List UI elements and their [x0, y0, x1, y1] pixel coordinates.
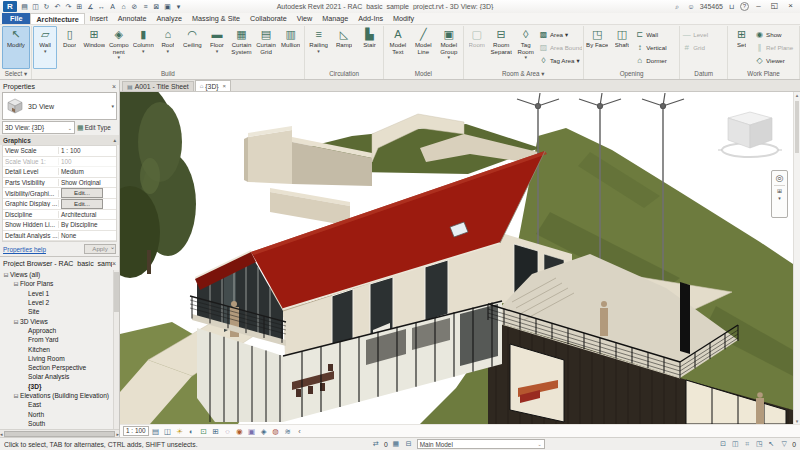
detail-level-icon[interactable]: ▤ [151, 426, 161, 436]
graphic-display--edit-button[interactable]: Edit... [61, 199, 103, 209]
scroll-up-icon[interactable]: ▴ [794, 92, 800, 98]
wall-button[interactable]: ▱Wall▾ [33, 26, 58, 69]
ribbon-group-label[interactable]: Select ▾ [2, 69, 30, 79]
filter-icon[interactable]: ▽ [779, 440, 789, 448]
room-separator-button[interactable]: ⊟Room Separator [489, 26, 513, 69]
qat-undo-icon[interactable]: ↶ [52, 1, 63, 12]
tree-item-solar-analysis[interactable]: Solar Analysis [0, 372, 119, 381]
tree-item-floor-plans[interactable]: ⊟Floor Plans [0, 279, 119, 288]
door-button[interactable]: ▯Door [57, 26, 82, 69]
by-face-button[interactable]: ◳By Face [585, 26, 610, 69]
viewer-button[interactable]: ◇Viewer [755, 54, 798, 66]
cart-icon[interactable]: ⊔ [726, 3, 737, 11]
search-icon[interactable]: ⌕ [672, 3, 683, 11]
tree-item-3d-views[interactable]: ⊟3D Views [0, 316, 119, 325]
mullion-button[interactable]: ▥Mullion [278, 26, 303, 69]
show-crop-region-icon[interactable]: ⊞ [211, 426, 221, 436]
ribbon-tab-collaborate[interactable]: Collaborate [245, 13, 292, 24]
floor-button[interactable]: ▬Floor▾ [205, 26, 230, 69]
qat-open-icon[interactable]: ▤ [19, 1, 30, 12]
curtain-grid-button[interactable]: ▤Curtain Grid [254, 26, 279, 69]
view-scale-button[interactable]: 1 : 100 [123, 426, 149, 436]
close-view-icon[interactable]: × [223, 83, 227, 89]
scroll-down-icon[interactable]: ⌄ [110, 243, 115, 250]
shaft-button[interactable]: ◫Shaft [610, 26, 635, 69]
type-selector[interactable]: 3D View ▾ [2, 92, 117, 120]
temporary-view-properties-icon[interactable]: ▣ [247, 426, 257, 436]
drag-on-selection-icon[interactable]: ↖ [766, 440, 776, 448]
tree-item-site[interactable]: Site [0, 307, 119, 316]
model-line-button[interactable]: ╱Model Line [411, 26, 436, 69]
tree-item-elevations-building-elevation-[interactable]: ⊟Elevations (Building Elevation) [0, 391, 119, 400]
window-button[interactable]: ⊞Window [82, 26, 107, 69]
ribbon-tab-analyze[interactable]: Analyze [152, 13, 188, 24]
worksets-icon[interactable]: ▦ [391, 440, 401, 448]
ramp-button[interactable]: ◺Ramp [331, 26, 356, 69]
area-button[interactable]: ▩Area▾ [539, 28, 582, 40]
visibility-graphi--edit-button[interactable]: Edit... [61, 188, 103, 198]
ribbon-tab-file[interactable]: File [2, 13, 30, 24]
select-links-icon[interactable]: ⊡ [718, 440, 728, 448]
ribbon-tab-modify[interactable]: Modify [388, 13, 419, 24]
steering-wheel-icon[interactable]: ◎ [776, 173, 784, 183]
tree-item-south[interactable]: South [0, 419, 119, 428]
tree-item-views-all-[interactable]: ⊟Views (all) [0, 270, 119, 279]
tree-item--3d-[interactable]: {3D} [0, 382, 119, 391]
restore-button[interactable]: ◱ [768, 1, 781, 12]
zoom-icon[interactable]: ⊞ [777, 188, 782, 194]
roof-button[interactable]: ⌂Roof▾ [156, 26, 181, 69]
tag-room-button[interactable]: ◊Tag Room▾ [513, 26, 537, 69]
ribbon-tab-manage[interactable]: Manage [317, 13, 353, 24]
reveal-hidden-elements-icon[interactable]: ◉ [235, 426, 245, 436]
reveal-constraints-icon[interactable]: ◍ [271, 426, 281, 436]
navigation-bar[interactable]: ◎ ⊞ ▾ [771, 170, 788, 218]
ribbon-tab-massing-site[interactable]: Massing & Site [187, 13, 245, 24]
tree-item-from-yard[interactable]: From Yard [0, 335, 119, 344]
design-options-icon[interactable]: ⊟ [404, 440, 414, 448]
signed-in-user[interactable]: 345465 [700, 3, 723, 10]
show-button[interactable]: ◉Show [755, 28, 798, 40]
qat-customize-qat-icon[interactable]: ▾ [173, 1, 184, 12]
instance-selector[interactable]: 3D View: {3D} ⌄ [2, 121, 75, 134]
help-icon[interactable]: ? [740, 2, 749, 11]
view-canvas[interactable]: ◎ ⊞ ▾ ▴ ▾ [120, 92, 800, 424]
close-button[interactable]: × [784, 1, 797, 12]
tree-item-living-room[interactable]: Living Room [0, 354, 119, 363]
active-workset-select[interactable]: Main Model ⌄ [417, 439, 545, 449]
scroll-left-icon[interactable]: ◂ [0, 431, 3, 437]
tree-item-section-perspective[interactable]: Section Perspective [0, 363, 119, 372]
view-tab--3d-[interactable]: ⌂{3D}× [195, 80, 231, 91]
edit-type-button[interactable]: ▦ Edit Type [77, 121, 117, 134]
worksharing-display-icon[interactable]: ≋ [283, 426, 293, 436]
qat-close-hidden-windows-icon[interactable]: ⊠ [151, 1, 162, 12]
view-tab-a001-title-sheet[interactable]: ▤A001 - Title Sheet [122, 81, 194, 91]
visual-style-icon[interactable]: ◫ [163, 426, 173, 436]
select-pinned-icon[interactable]: ⌗ [742, 440, 752, 448]
close-icon[interactable]: × [112, 83, 116, 90]
tag-area-button[interactable]: ◊Tag Area▾ [539, 54, 582, 66]
show-analytical-model-icon[interactable]: ◈ [259, 426, 269, 436]
vertical-opening-button[interactable]: ↕Vertical [635, 41, 678, 53]
account-icon[interactable]: ☺ [686, 3, 697, 10]
tree-item-kitchen[interactable]: Kitchen [0, 344, 119, 353]
collapse-icon[interactable]: ‹ [295, 426, 305, 436]
qat-measure-icon[interactable]: ∡ [85, 1, 96, 12]
model-group-button[interactable]: ▣Model Group▾ [436, 26, 461, 69]
ceiling-button[interactable]: ◠Ceiling [180, 26, 205, 69]
tree-item-north[interactable]: North [0, 409, 119, 418]
browser-vertical-scrollbar[interactable] [113, 270, 119, 429]
expander-icon[interactable]: ⊟ [12, 280, 20, 287]
set-button[interactable]: ⊞Set [729, 26, 754, 69]
revit-logo-icon[interactable]: R [3, 1, 17, 12]
qat-save-icon[interactable]: ◫ [30, 1, 41, 12]
sun-path-icon[interactable]: ☀ [175, 426, 185, 436]
browser-horizontal-scrollbar[interactable]: ◂ ▸ [0, 429, 119, 437]
model-text-button[interactable]: AModel Text [385, 26, 410, 69]
ribbon-group-label[interactable]: Room & Area ▾ [465, 69, 582, 79]
dormer-button[interactable]: ⌂Dormer [635, 54, 678, 66]
expander-icon[interactable]: ⊟ [12, 392, 20, 399]
stair-button[interactable]: ▙Stair [357, 26, 382, 69]
canvas-vertical-scrollbar[interactable]: ▴ ▾ [793, 92, 800, 424]
railing-button[interactable]: ≡Railing▾ [306, 26, 331, 69]
qat-section-icon[interactable]: ⊘ [129, 1, 140, 12]
